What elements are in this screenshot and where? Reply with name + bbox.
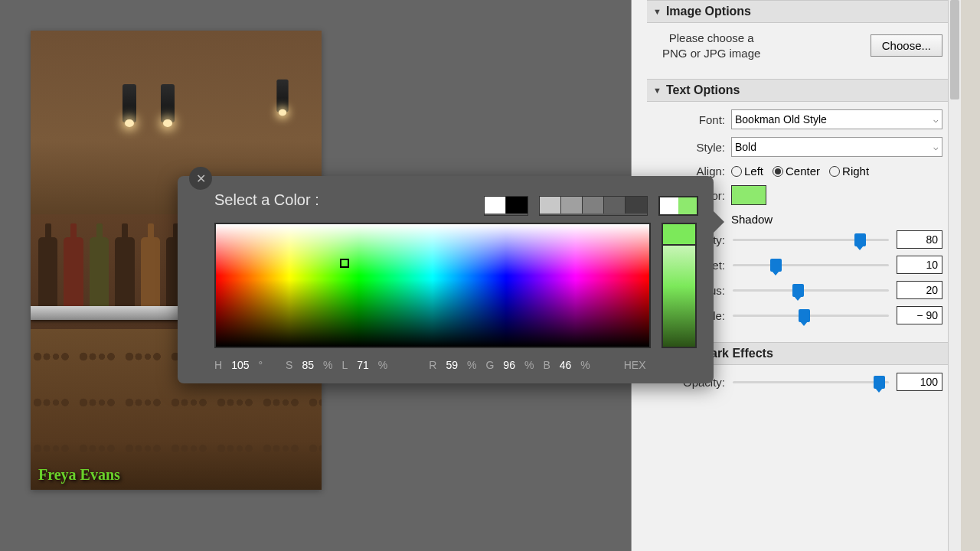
swatch-gray1[interactable] <box>540 197 561 214</box>
shadow-offset-slider[interactable] <box>733 257 889 272</box>
color-swatch[interactable] <box>731 185 766 205</box>
chevron-down-icon: ⌵ <box>933 115 939 125</box>
new-color <box>678 197 697 214</box>
align-center-radio[interactable]: Center <box>773 165 820 178</box>
r-value[interactable]: 59 <box>446 359 458 371</box>
swatch-gray3[interactable] <box>583 197 604 214</box>
style-label: Style: <box>662 141 725 154</box>
l-value[interactable]: 71 <box>357 359 369 371</box>
fx-opacity-slider[interactable] <box>733 374 889 390</box>
font-label: Font: <box>662 113 725 126</box>
choose-button[interactable]: Choose... <box>871 34 942 57</box>
color-picker-popup: ✕ Select a Color : <box>178 176 714 383</box>
scrollbar-thumb[interactable] <box>950 0 959 99</box>
shadow-angle-slider[interactable] <box>733 308 889 323</box>
section-title: Text Options <box>666 83 740 97</box>
shadow-radius-slider[interactable] <box>733 282 889 298</box>
shadow-radius-field[interactable] <box>897 281 942 299</box>
align-left-radio[interactable]: Left <box>731 165 763 178</box>
style-select[interactable]: Bold ⌵ <box>731 137 942 157</box>
shadow-angle-field[interactable] <box>897 306 942 324</box>
s-value[interactable]: 85 <box>302 359 314 371</box>
gradient-cursor[interactable] <box>340 259 349 268</box>
panel-scrollbar[interactable] <box>948 0 961 551</box>
pointer-arrow-icon <box>712 210 724 234</box>
picker-values: H105° S85% L71% R59% G96% B46% HEX <box>214 359 698 371</box>
swatch-black[interactable] <box>506 197 528 214</box>
section-image-options[interactable]: ▼ Image Options <box>647 0 950 23</box>
gray-swatches <box>539 196 648 216</box>
old-color <box>660 197 678 214</box>
shadow-offset-field[interactable] <box>897 256 942 274</box>
fx-opacity-field[interactable] <box>897 373 942 391</box>
h-value[interactable]: 105 <box>231 359 249 371</box>
color-gradient[interactable] <box>214 223 651 348</box>
g-value[interactable]: 96 <box>503 359 515 371</box>
shadow-opacity-field[interactable] <box>897 230 942 249</box>
preview-swatch <box>658 196 698 216</box>
watermark-text: Freya Evans <box>38 466 120 484</box>
section-title: Image Options <box>666 5 751 18</box>
swatch-gray4[interactable] <box>604 197 626 214</box>
b-value[interactable]: 46 <box>560 359 572 371</box>
swatch-gray5[interactable] <box>626 197 647 214</box>
close-button[interactable]: ✕ <box>189 167 212 190</box>
close-icon: ✕ <box>196 171 206 186</box>
picker-title: Select a Color : <box>214 191 319 209</box>
shadow-label: Shadow <box>731 213 942 226</box>
swatch-gray2[interactable] <box>561 197 583 214</box>
font-select[interactable]: Bookman Old Style ⌵ <box>731 109 942 129</box>
chevron-down-icon: ⌵ <box>933 142 939 152</box>
chevron-down-icon: ▼ <box>653 7 662 16</box>
shadow-opacity-slider[interactable] <box>733 232 889 247</box>
bw-swatches <box>484 196 528 216</box>
lightness-bar[interactable] <box>662 223 697 348</box>
hex-label[interactable]: HEX <box>624 359 646 371</box>
align-right-radio[interactable]: Right <box>829 165 869 178</box>
chevron-down-icon: ▼ <box>653 86 662 95</box>
section-text-options[interactable]: ▼ Text Options <box>647 79 950 102</box>
swatch-white[interactable] <box>485 197 506 214</box>
image-hint: Please choose a PNG or JPG image <box>662 31 760 60</box>
